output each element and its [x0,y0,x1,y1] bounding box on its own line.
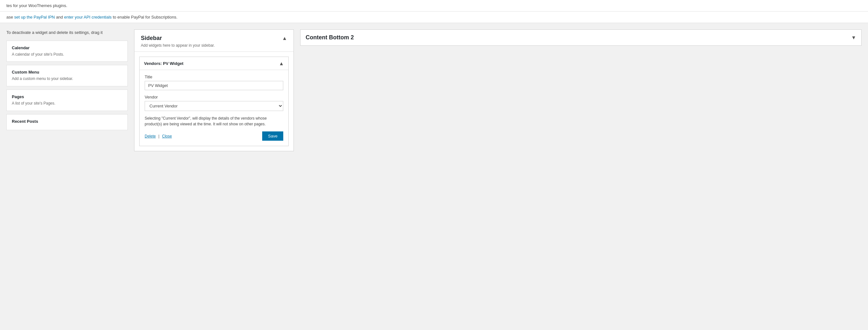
close-link[interactable]: Close [162,134,172,138]
widget-custom-menu-desc: Add a custom menu to your sidebar. [12,76,122,82]
center-panel: Sidebar Add widgets here to appear in yo… [134,29,294,151]
pv-widget-header-title: Vendors: PV Widget [144,61,183,66]
paypal-notice: ase set up the PayPal IPN and enter your… [0,11,868,23]
pv-widget-body: Title Vendor Current Vendor All Vendors … [140,70,288,146]
vendor-note: Selecting "Current Vendor", will display… [145,115,283,127]
pv-widget-header-name: PV Widget [163,61,183,66]
vendor-select[interactable]: Current Vendor All Vendors [145,101,283,111]
widget-recent-posts-title: Recent Posts [12,119,122,124]
sidebar-header-left: Sidebar Add widgets here to appear in yo… [141,35,215,48]
separator: | [158,134,159,138]
paypal-notice-middle: and [55,15,64,20]
widget-custom-menu[interactable]: Custom Menu Add a custom menu to your si… [6,65,128,86]
right-panel: Content Bottom 2 ▼ [300,29,862,46]
vendor-label: Vendor [145,95,283,100]
content-bottom-arrow-icon[interactable]: ▼ [851,35,856,40]
left-panel: To deactivate a widget and delete its se… [6,29,128,133]
sidebar-header: Sidebar Add widgets here to appear in yo… [134,30,293,52]
title-input[interactable] [145,81,283,90]
title-label: Title [145,75,283,79]
sidebar-widget-area: Sidebar Add widgets here to appear in yo… [134,29,294,151]
widget-pages-title: Pages [12,94,122,99]
widget-pages[interactable]: Pages A list of your site's Pages. [6,89,128,111]
paypal-notice-prefix: ase [6,15,14,20]
sidebar-title: Sidebar [141,35,215,42]
save-button[interactable]: Save [262,131,283,141]
widget-custom-menu-title: Custom Menu [12,70,122,75]
paypal-ipn-link[interactable]: set up the PayPal IPN [14,15,55,20]
paypal-notice-suffix: to enable PayPal for Subscriptions. [112,15,178,20]
widget-calendar-desc: A calendar of your site's Posts. [12,52,122,57]
pv-widget-collapse-icon[interactable]: ▲ [279,61,284,66]
sidebar-collapse-icon[interactable]: ▲ [282,35,287,41]
sidebar-subtitle: Add widgets here to appear in your sideb… [141,43,215,48]
delete-link[interactable]: Delete [145,134,156,138]
widget-recent-posts[interactable]: Recent Posts [6,114,128,130]
widget-pages-desc: A list of your site's Pages. [12,101,122,106]
pv-widget-container: Vendors: PV Widget ▲ Title Vendor Curren… [139,57,289,146]
deactivate-hint: To deactivate a widget and delete its se… [6,29,128,36]
title-form-group: Title [145,75,283,90]
widget-actions: Delete | Close Save [145,131,283,141]
widget-calendar-title: Calendar [12,46,122,50]
widget-links: Delete | Close [145,134,172,138]
top-notice-text: tes for your WooThemes plugins. [6,3,67,8]
paypal-api-link[interactable]: enter your API credentials [64,15,112,20]
content-bottom-title: Content Bottom 2 [306,34,354,41]
pv-widget-header[interactable]: Vendors: PV Widget ▲ [140,57,288,70]
widget-calendar[interactable]: Calendar A calendar of your site's Posts… [6,40,128,62]
vendor-form-group: Vendor Current Vendor All Vendors [145,95,283,111]
content-bottom-widget: Content Bottom 2 ▼ [300,29,862,46]
pv-widget-header-label: Vendors: [144,61,162,66]
top-notice-bar: tes for your WooThemes plugins. [0,0,868,11]
